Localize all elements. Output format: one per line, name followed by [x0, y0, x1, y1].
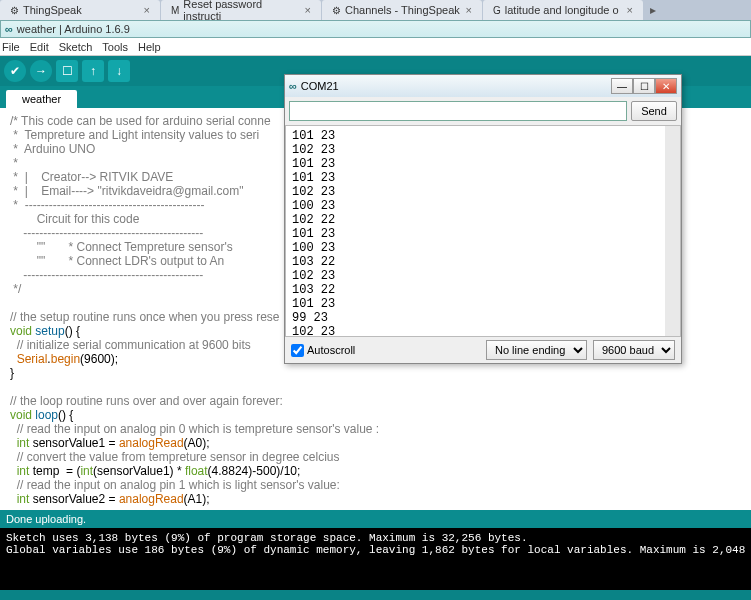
browser-tab[interactable]: MReset password instructi×: [161, 0, 321, 20]
serial-output: 101 23 102 23 101 23 101 23 102 23 100 2…: [285, 125, 665, 337]
tab-label: Reset password instructi: [183, 0, 300, 20]
favicon-icon: ⚙: [10, 5, 19, 16]
serial-logo-icon: ∞: [289, 80, 297, 92]
tab-close-icon[interactable]: ×: [466, 4, 472, 16]
code-line: // convert the value from tempreture sen…: [10, 450, 741, 464]
autoscroll-checkbox[interactable]: [291, 344, 304, 357]
serial-input-row: Send: [285, 97, 681, 125]
tab-label: latitude and longitude o: [505, 4, 619, 16]
menu-file[interactable]: File: [2, 41, 20, 53]
browser-tab[interactable]: ⚙ThingSpeak×: [0, 0, 160, 20]
minimize-button[interactable]: —: [611, 78, 633, 94]
code-line: int sensorValue1 = analogRead(A0);: [10, 436, 741, 450]
tab-label: Channels - ThingSpeak: [345, 4, 460, 16]
send-button[interactable]: Send: [631, 101, 677, 121]
sketch-tab[interactable]: weather: [6, 90, 77, 108]
verify-button[interactable]: ✔: [4, 60, 26, 82]
line-ending-select[interactable]: No line ending: [486, 340, 587, 360]
code-line: // the loop routine runs over and over a…: [10, 394, 741, 408]
ide-status-bar: Done uploading.: [0, 510, 751, 528]
menu-edit[interactable]: Edit: [30, 41, 49, 53]
serial-footer: Autoscroll No line ending 9600 baud: [285, 337, 681, 363]
arduino-window-title: ∞ weather | Arduino 1.6.9: [0, 20, 751, 38]
serial-title-text: COM21: [301, 80, 339, 92]
tab-close-icon[interactable]: ×: [627, 4, 633, 16]
tab-close-icon[interactable]: ×: [144, 4, 150, 16]
baud-select[interactable]: 9600 baud: [593, 340, 675, 360]
serial-scrollbar[interactable]: [665, 125, 681, 337]
browser-tab[interactable]: Glatitude and longitude o×: [483, 0, 643, 20]
tab-label: ThingSpeak: [23, 4, 82, 16]
favicon-icon: G: [493, 5, 501, 16]
code-line: // read the input on analog pin 0 which …: [10, 422, 741, 436]
new-tab-button[interactable]: ▸: [644, 0, 662, 20]
serial-title-bar: ∞ COM21 — ☐ ✕: [285, 75, 681, 97]
status-text: Done uploading.: [6, 513, 86, 525]
window-title-text: weather | Arduino 1.6.9: [17, 23, 130, 35]
ide-footer: [0, 590, 751, 600]
save-sketch-button[interactable]: ↓: [108, 60, 130, 82]
upload-button[interactable]: →: [30, 60, 52, 82]
code-line: void loop() {: [10, 408, 741, 422]
arduino-menu-bar: FileEditSketchToolsHelp: [0, 38, 751, 56]
menu-tools[interactable]: Tools: [102, 41, 128, 53]
ide-console: Sketch uses 3,138 bytes (9%) of program …: [0, 528, 751, 590]
autoscroll-text: Autoscroll: [307, 344, 355, 356]
browser-tab[interactable]: ⚙Channels - ThingSpeak×: [322, 0, 482, 20]
new-sketch-button[interactable]: ☐: [56, 60, 78, 82]
code-line: // read the input on analog pin 1 which …: [10, 478, 741, 492]
menu-sketch[interactable]: Sketch: [59, 41, 93, 53]
serial-input[interactable]: [289, 101, 627, 121]
favicon-icon: M: [171, 5, 179, 16]
maximize-button[interactable]: ☐: [633, 78, 655, 94]
favicon-icon: ⚙: [332, 5, 341, 16]
open-sketch-button[interactable]: ↑: [82, 60, 104, 82]
code-line: [10, 380, 741, 394]
menu-help[interactable]: Help: [138, 41, 161, 53]
code-line: int temp = (int(sensorValue1) * float(4.…: [10, 464, 741, 478]
autoscroll-checkbox-label[interactable]: Autoscroll: [291, 344, 355, 357]
code-line: int sensorValue2 = analogRead(A1);: [10, 492, 741, 506]
serial-monitor-window: ∞ COM21 — ☐ ✕ Send 101 23 102 23 101 23 …: [284, 74, 682, 364]
browser-tab-strip: ⚙ThingSpeak×MReset password instructi×⚙C…: [0, 0, 751, 20]
arduino-logo-icon: ∞: [5, 23, 13, 35]
code-line: }: [10, 366, 741, 380]
close-button[interactable]: ✕: [655, 78, 677, 94]
tab-close-icon[interactable]: ×: [305, 4, 311, 16]
